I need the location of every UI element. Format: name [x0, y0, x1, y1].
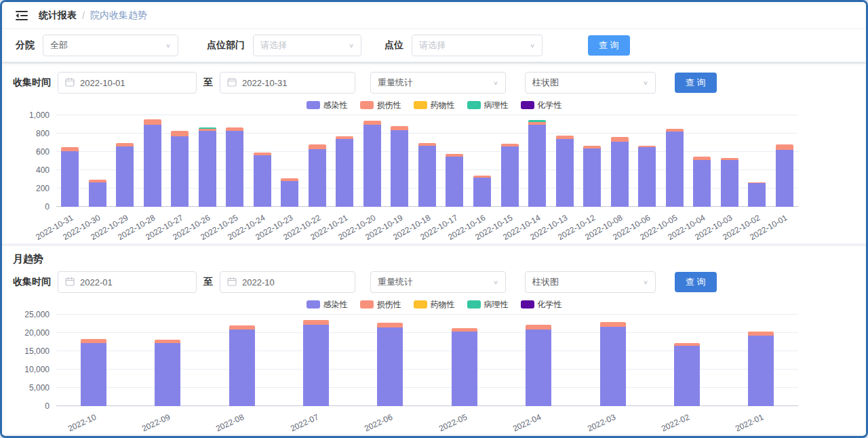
daily-stat-type-select[interactable]: 重量统计 ∨	[370, 72, 506, 94]
bar-2022-10-23[interactable]	[281, 115, 298, 207]
legend-item[interactable]: 感染性	[307, 299, 348, 311]
legend-item[interactable]: 药物性	[414, 299, 455, 311]
y-axis-tick-label: 200	[36, 184, 50, 193]
y-axis-tick-label: 5,000	[29, 383, 50, 393]
bar-2022-06[interactable]	[377, 315, 403, 406]
bar-slot: 2022-10-14	[524, 115, 551, 207]
bar-2022-10-04[interactable]	[693, 115, 711, 207]
monthly-section-title: 月趋势	[13, 253, 855, 266]
monthly-date-start-value: 2022-01	[80, 277, 113, 287]
calendar-icon	[227, 77, 237, 89]
bar-2022-10-25[interactable]	[226, 115, 243, 207]
legend-swatch	[467, 300, 481, 308]
bar-2022-10-28[interactable]	[144, 115, 161, 207]
breadcrumb-root[interactable]: 统计报表	[39, 9, 77, 22]
bar-segment-感染性	[199, 131, 216, 207]
bar-segment-感染性	[583, 148, 601, 207]
bar-2022-10-01[interactable]	[776, 115, 793, 207]
daily-chart-type-select[interactable]: 柱状图 ∨	[525, 72, 656, 94]
bar-2022-04[interactable]	[526, 315, 551, 406]
x-axis-tick-label: 2022-10	[66, 412, 98, 433]
bar-2022-02[interactable]	[674, 315, 700, 406]
bar-2022-10-06[interactable]	[638, 115, 656, 207]
bar-2022-10-30[interactable]	[89, 115, 106, 207]
legend-item[interactable]: 感染性	[307, 100, 348, 111]
monthly-stat-type-select[interactable]: 重量统计 ∨	[370, 271, 506, 293]
legend-label: 药物性	[431, 100, 455, 111]
daily-date-end-input[interactable]: 2022-10-31	[220, 72, 355, 94]
bar-2022-10-29[interactable]	[116, 115, 134, 207]
daily-stat-type-value: 重量统计	[378, 77, 413, 89]
bar-segment-感染性	[89, 182, 106, 207]
legend-item[interactable]: 药物性	[414, 100, 455, 111]
bar-2022-10-02[interactable]	[748, 115, 766, 207]
bar-2022-08[interactable]	[229, 315, 255, 406]
bar-2022-10-14[interactable]	[528, 115, 546, 207]
bar-2022-10-24[interactable]	[254, 115, 271, 207]
bar-segment-感染性	[748, 336, 774, 406]
legend-label: 病理性	[484, 299, 509, 311]
bar-2022-10-20[interactable]	[363, 115, 381, 207]
bar-segment-感染性	[473, 178, 491, 207]
bar-2022-10-03[interactable]	[721, 115, 738, 207]
legend-item[interactable]: 化学性	[521, 100, 562, 111]
bar-2022-10-18[interactable]	[418, 115, 436, 207]
bar-slot: 2022-10-25	[221, 115, 249, 207]
bar-2022-10-19[interactable]	[391, 115, 408, 207]
bar-segment-感染性	[171, 136, 189, 207]
bar-2022-10-08[interactable]	[611, 115, 629, 207]
bar-slot: 2022-06	[353, 315, 427, 406]
legend-item[interactable]: 损伤性	[360, 299, 401, 311]
point-select[interactable]: 请选择 ∨	[412, 35, 542, 56]
bar-slot: 2022-03	[576, 315, 650, 406]
legend-swatch	[521, 101, 534, 109]
daily-date-start-input[interactable]: 2022-10-01	[58, 72, 197, 94]
dept-select[interactable]: 请选择 ∨	[253, 35, 361, 56]
daily-to-label: 至	[203, 77, 213, 89]
bar-2022-10-15[interactable]	[501, 115, 519, 207]
y-axis-tick-label: 400	[36, 165, 50, 175]
bar-2022-03[interactable]	[600, 315, 626, 406]
bar-2022-10-16[interactable]	[473, 115, 491, 207]
bar-2022-10-27[interactable]	[171, 115, 189, 207]
bar-slot: 2022-10-27	[166, 115, 194, 207]
bar-2022-05[interactable]	[452, 315, 477, 406]
chevron-down-icon: ∨	[165, 42, 171, 49]
bar-2022-10-21[interactable]	[336, 115, 353, 207]
bar-segment-损伤性	[776, 144, 793, 150]
legend-item[interactable]: 病理性	[467, 299, 509, 311]
bar-2022-10-12[interactable]	[583, 115, 601, 207]
monthly-chart-type-select[interactable]: 柱状图 ∨	[525, 271, 656, 293]
bar-2022-10[interactable]	[81, 315, 106, 406]
bar-2022-10-17[interactable]	[446, 115, 463, 207]
bar-2022-10-13[interactable]	[556, 115, 574, 207]
bar-2022-01[interactable]	[748, 315, 774, 406]
bar-segment-感染性	[748, 183, 766, 207]
bar-2022-09[interactable]	[155, 315, 180, 406]
bar-2022-07[interactable]	[303, 315, 329, 406]
global-query-button[interactable]: 查 询	[588, 35, 630, 56]
bar-2022-10-05[interactable]	[666, 115, 684, 207]
monthly-date-end-input[interactable]: 2022-10	[220, 271, 355, 293]
bar-slot: 2022-10-17	[441, 115, 469, 207]
bar-2022-10-22[interactable]	[309, 115, 326, 207]
bar-segment-感染性	[309, 149, 326, 207]
legend-item[interactable]: 损伤性	[360, 100, 401, 111]
bar-slot: 2022-02	[650, 315, 724, 406]
bar-segment-感染性	[666, 132, 684, 207]
bar-2022-10-31[interactable]	[61, 115, 79, 207]
legend-item[interactable]: 病理性	[467, 100, 509, 111]
legend-item[interactable]: 化学性	[521, 299, 562, 311]
daily-query-button[interactable]: 查 询	[675, 73, 717, 93]
x-axis-tick-label: 2022-07	[289, 412, 320, 433]
branch-select[interactable]: 全部 ∨	[43, 35, 178, 56]
bar-segment-感染性	[721, 160, 738, 207]
menu-fold-icon[interactable]	[16, 10, 28, 21]
monthly-chart-type-value: 柱状图	[532, 276, 559, 288]
legend-label: 药物性	[431, 299, 455, 311]
bar-slot: 2022-10	[56, 315, 130, 406]
bar-2022-10-26[interactable]	[199, 115, 216, 207]
monthly-date-start-input[interactable]: 2022-01	[58, 271, 197, 293]
monthly-query-button[interactable]: 查 询	[675, 272, 717, 292]
bar-segment-感染性	[638, 147, 656, 207]
